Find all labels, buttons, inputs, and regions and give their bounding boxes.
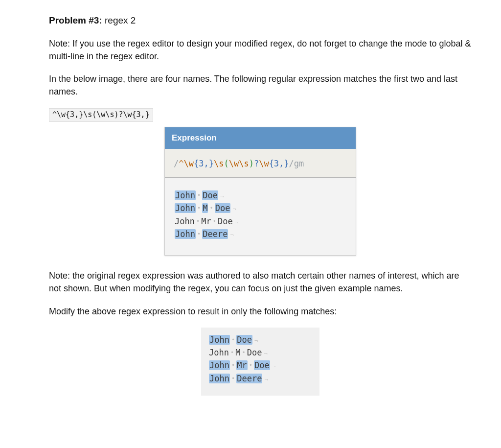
plain-text: John [209, 348, 229, 357]
regex-escape-w1: \w [184, 159, 194, 168]
space-dot-icon: • [208, 205, 214, 212]
heading-rest: regex 2 [102, 15, 136, 25]
regex-group-close: ) [249, 159, 254, 168]
regex-expression-body: /^\w{3,}\s(\w\s)?\w{3,}/gm [165, 149, 356, 178]
match-text: Deere [202, 229, 228, 239]
match-text: M [202, 203, 208, 213]
return-icon: ¬ [270, 363, 275, 370]
regex-quant-1: {3,} [194, 159, 214, 168]
return-icon: ¬ [233, 219, 238, 226]
return-icon: ¬ [262, 350, 267, 357]
plain-text: John [175, 216, 195, 226]
match-text: John [209, 360, 230, 370]
plain-text: Doe [218, 216, 233, 226]
regex-group-open: ( [224, 159, 228, 168]
match-text: Doe [254, 360, 270, 370]
regex-close-slash: / [289, 159, 294, 168]
match-row-2: John•M•Doe¬ [175, 202, 346, 214]
regex-caret: ^ [179, 159, 183, 168]
regex-escape-w2: \w [229, 159, 239, 168]
regex-panel-header: Expression [165, 127, 356, 149]
heading-bold: Problem #3: [49, 15, 102, 25]
match-row-3: John•Mr•Doe¬ [175, 215, 346, 228]
return-icon: ¬ [252, 337, 258, 344]
match-text: John [175, 229, 196, 239]
return-icon: ¬ [262, 376, 268, 383]
instruction-paragraph: Modify the above regex expression to res… [49, 305, 472, 318]
match-row-1: John•Doe¬ [175, 189, 346, 202]
space-dot-icon: • [230, 375, 236, 382]
match-text: John [175, 190, 196, 200]
match-text: Doe [202, 190, 218, 200]
match2-row-4: John•Deere¬ [209, 372, 312, 385]
match-text: John [209, 335, 230, 345]
regex-escape-s1: \s [214, 159, 224, 168]
space-dot-icon: • [195, 218, 201, 225]
space-dot-icon: • [248, 362, 254, 369]
plain-text: M [235, 348, 240, 357]
match2-row-3: John•Mr•Doe¬ [209, 359, 312, 372]
space-dot-icon: • [240, 349, 247, 356]
return-icon: ¬ [230, 206, 236, 212]
match2-row-2: John•M•Doe¬ [209, 346, 312, 359]
plain-text: Mr [201, 216, 211, 226]
regex-editor-panel: Expression /^\w{3,}\s(\w\s)?\w{3,}/gm Jo… [164, 127, 356, 256]
regex-quant-2: {3,} [269, 159, 289, 168]
space-dot-icon: • [196, 205, 202, 212]
regex-match-area-1: John•Doe¬ John•M•Doe¬ John•Mr•Doe¬ John•… [165, 178, 356, 255]
intro-paragraph: In the below image, there are four names… [49, 72, 472, 98]
match2-row-1: John•Doe¬ [209, 333, 312, 346]
match-text: Doe [236, 335, 252, 345]
match-text: Mr [236, 360, 247, 370]
return-icon: ¬ [228, 232, 233, 238]
match-text: Doe [215, 203, 231, 213]
plain-text: Doe [247, 348, 262, 357]
regex-escape-w3: \w [259, 159, 269, 168]
regex-optional: ? [254, 159, 259, 168]
space-dot-icon: • [196, 192, 202, 199]
regex-inline-code: ^\w{3,}\s(\w\s)?\w{3,} [49, 108, 472, 122]
regex-inline-text: ^\w{3,}\s(\w\s)?\w{3,} [49, 108, 153, 122]
regex-match-area-2: John•Doe¬ John•M•Doe¬ John•Mr•Doe¬ John•… [201, 328, 319, 396]
regex-flags: gm [294, 159, 304, 168]
space-dot-icon: • [211, 218, 218, 225]
match-text: John [209, 374, 230, 383]
match-text: Deere [236, 374, 262, 383]
note-paragraph-1: Note: If you use the regex editor to des… [49, 37, 472, 63]
space-dot-icon: • [196, 231, 202, 237]
space-dot-icon: • [230, 336, 236, 343]
regex-escape-s2: \s [239, 159, 249, 168]
problem-heading: Problem #3: regex 2 [49, 14, 472, 27]
match-text: John [175, 203, 196, 213]
match-row-4: John•Deere¬ [175, 228, 346, 240]
note-paragraph-2: Note: the original regex expression was … [49, 269, 472, 295]
space-dot-icon: • [230, 362, 236, 369]
regex-open-slash: / [174, 159, 179, 168]
return-icon: ¬ [218, 193, 224, 200]
space-dot-icon: • [229, 349, 235, 356]
